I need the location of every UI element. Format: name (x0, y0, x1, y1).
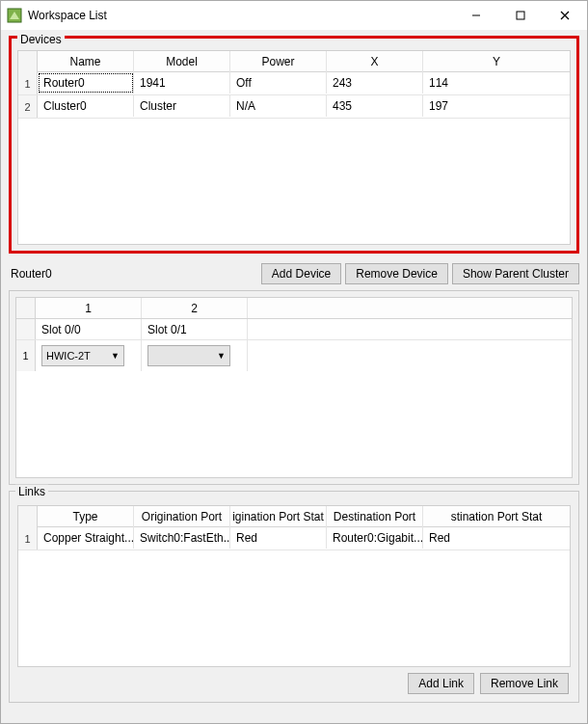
app-icon (7, 8, 22, 23)
devices-col-x[interactable]: X (327, 51, 423, 72)
selected-device-label: Router0 (9, 267, 52, 281)
slot-0-1-select[interactable]: ▼ (147, 345, 230, 366)
devices-group: Devices Name Model Power X Y 1 Router0 1… (9, 36, 579, 254)
devices-table[interactable]: Name Model Power X Y 1 Router0 1941 Off … (17, 50, 571, 245)
maximize-button[interactable] (498, 1, 543, 30)
cell-power[interactable]: N/A (230, 95, 327, 117)
svg-rect-2 (517, 12, 524, 19)
cell-name[interactable]: Cluster0 (38, 95, 134, 117)
cell-dest-port[interactable]: Router0:Gigabit... (327, 527, 423, 549)
devices-toolbar: Router0 Add Device Remove Device Show Pa… (9, 259, 579, 284)
remove-device-button[interactable]: Remove Device (345, 263, 448, 284)
slot-label-0: Slot 0/0 (36, 319, 142, 339)
table-row[interactable]: 1 Router0 1941 Off 243 114 (18, 72, 570, 95)
slots-col-2[interactable]: 2 (142, 298, 248, 318)
table-row[interactable]: 2 Cluster0 Cluster N/A 435 197 (18, 95, 570, 119)
cell-model[interactable]: 1941 (134, 72, 230, 94)
add-link-button[interactable]: Add Link (408, 673, 474, 694)
devices-col-power[interactable]: Power (230, 51, 327, 72)
cell-type[interactable]: Copper Straight... (38, 527, 134, 549)
cell-y[interactable]: 114 (423, 72, 570, 94)
add-device-button[interactable]: Add Device (261, 263, 341, 284)
slots-group: 1 2 Slot 0/0 Slot 0/1 1 HWIC-2T ▼ (9, 290, 579, 485)
links-group: Links Type Origination Port igination Po… (9, 491, 579, 703)
cell-model[interactable]: Cluster (134, 95, 230, 117)
cell-x[interactable]: 435 (327, 95, 423, 117)
slots-table[interactable]: 1 2 Slot 0/0 Slot 0/1 1 HWIC-2T ▼ (15, 297, 573, 478)
show-parent-cluster-button[interactable]: Show Parent Cluster (452, 263, 579, 284)
row-number: 2 (18, 95, 38, 118)
cell-y[interactable]: 197 (423, 95, 570, 117)
devices-table-header: Name Model Power X Y (18, 51, 570, 72)
minimize-button[interactable] (454, 1, 498, 30)
links-col-type[interactable]: Type (38, 506, 134, 527)
titlebar: Workspace List (1, 1, 587, 30)
cell-power[interactable]: Off (230, 72, 327, 94)
cell-dest-status[interactable]: Red (423, 527, 570, 549)
devices-group-label: Devices (17, 33, 65, 46)
chevron-down-icon: ▼ (217, 351, 226, 361)
cell-orig-status[interactable]: Red (230, 527, 327, 549)
row-number: 1 (18, 72, 38, 94)
devices-col-name[interactable]: Name (38, 51, 134, 72)
slot-label-1: Slot 0/1 (142, 319, 248, 339)
links-toolbar: Add Link Remove Link (17, 667, 571, 694)
table-row[interactable]: 1 Copper Straight... Switch0:FastEth... … (18, 527, 570, 550)
cell-orig-port[interactable]: Switch0:FastEth... (134, 527, 230, 549)
row-number: 1 (18, 527, 38, 550)
slots-col-1[interactable]: 1 (36, 298, 142, 318)
links-col-orig-port[interactable]: Origination Port (134, 506, 230, 527)
links-col-orig-status[interactable]: igination Port Stat (230, 506, 327, 527)
links-col-dest-port[interactable]: Destination Port (327, 506, 423, 527)
chevron-down-icon: ▼ (111, 351, 120, 361)
window-title: Workspace List (28, 9, 107, 22)
cell-name[interactable]: Router0 (38, 72, 134, 94)
devices-col-model[interactable]: Model (134, 51, 230, 72)
links-col-dest-status[interactable]: stination Port Stat (423, 506, 570, 527)
devices-col-y[interactable]: Y (423, 51, 570, 72)
slot-0-0-select[interactable]: HWIC-2T ▼ (41, 345, 124, 366)
slot-0-0-value: HWIC-2T (46, 350, 91, 362)
workspace-list-window: Workspace List Devices Name Model Power … (0, 0, 588, 724)
links-table-header: Type Origination Port igination Port Sta… (18, 506, 570, 527)
links-group-label: Links (15, 485, 48, 498)
cell-x[interactable]: 243 (327, 72, 423, 94)
links-table[interactable]: Type Origination Port igination Port Sta… (17, 505, 571, 667)
remove-link-button[interactable]: Remove Link (480, 673, 569, 694)
close-button[interactable] (543, 1, 587, 30)
slots-row-number: 1 (16, 340, 36, 371)
